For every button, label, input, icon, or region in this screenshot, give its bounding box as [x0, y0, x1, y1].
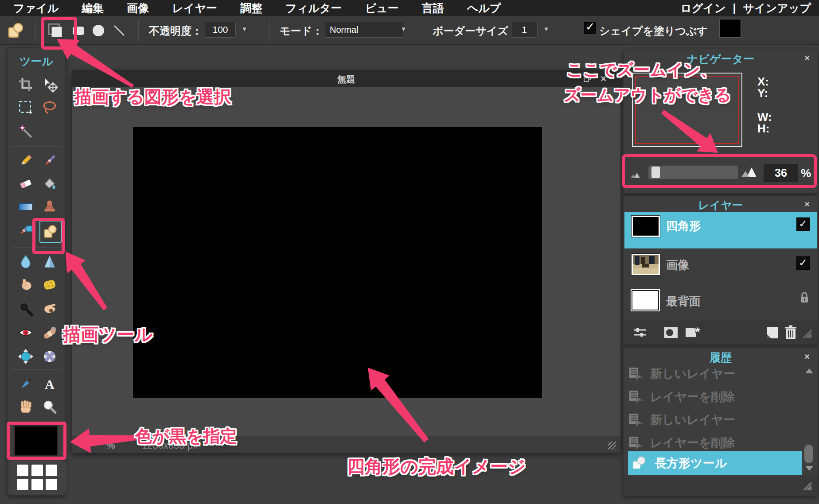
tool-gradient[interactable]: [16, 197, 36, 217]
tool-zoom[interactable]: [39, 397, 60, 417]
delete-layer-icon[interactable]: [784, 325, 797, 341]
dodge-hand-icon: [42, 301, 58, 317]
tool-smudge[interactable]: [16, 275, 36, 295]
layers-close-icon[interactable]: ×: [804, 200, 810, 209]
canvas-title-bar[interactable]: 無題 ×: [72, 70, 620, 87]
tool-sponge[interactable]: [39, 275, 60, 295]
rectangle-tool-icon: [632, 456, 647, 471]
resize-corner-icon[interactable]: [802, 481, 812, 491]
swatch-white[interactable]: [46, 465, 57, 476]
tool-lasso[interactable]: [39, 97, 60, 118]
divider: [571, 19, 571, 41]
history-item[interactable]: レイヤーを削除: [628, 433, 735, 453]
swatch-white[interactable]: [46, 479, 57, 490]
tool-wand[interactable]: [16, 121, 36, 142]
checkmark-icon: ✓: [799, 257, 807, 268]
current-tool-preview: [6, 19, 26, 42]
new-layer-icon[interactable]: [764, 326, 780, 341]
layer-mask-icon[interactable]: [663, 326, 679, 339]
swatch-white[interactable]: [17, 465, 28, 476]
canvas-image[interactable]: [133, 127, 542, 398]
tool-marquee[interactable]: [16, 97, 36, 118]
tool-clone-stamp[interactable]: [39, 197, 60, 217]
mode-dropdown-icon[interactable]: ▼: [401, 26, 406, 32]
shape-option-ellipse[interactable]: [89, 19, 108, 42]
fill-shape-checkbox[interactable]: ✓: [584, 22, 596, 34]
opacity-input[interactable]: 100: [205, 22, 236, 38]
scroll-down-icon[interactable]: [805, 466, 813, 471]
navigator-close-icon[interactable]: ×: [804, 54, 810, 62]
y-label: Y:: [757, 86, 768, 100]
brush-icon: [42, 153, 58, 169]
opacity-dropdown-icon[interactable]: ▼: [242, 26, 247, 32]
shape-option-line[interactable]: [109, 19, 129, 42]
layer-styles-icon[interactable]: [685, 326, 702, 340]
layer-visibility-checkbox[interactable]: ✓: [796, 217, 810, 231]
tool-burn[interactable]: [16, 299, 36, 319]
swatch-white[interactable]: [31, 479, 43, 490]
menu-adjustment[interactable]: 調整: [240, 1, 262, 16]
canvas-window: 無題 × % 1280x853 px: [72, 70, 620, 453]
tool-eyedropper[interactable]: [16, 374, 36, 394]
history-item-selected[interactable]: 長方形ツール: [628, 451, 802, 475]
collapse-corner-icon[interactable]: [802, 328, 812, 339]
highlight-box-zoom-slider: [622, 154, 817, 188]
annotation-black-color: 色が黒を指定: [135, 425, 237, 448]
swatch-white[interactable]: [17, 479, 28, 490]
layer-visibility-checkbox[interactable]: ✓: [796, 256, 810, 270]
history-item[interactable]: 新しいレイヤー: [628, 364, 735, 384]
menu-file[interactable]: ファイル: [13, 1, 58, 16]
layer-settings-icon[interactable]: [633, 326, 647, 339]
mode-select[interactable]: Normal: [324, 22, 403, 38]
menu-language[interactable]: 言語: [422, 1, 444, 16]
layer-row-background[interactable]: 最背面: [624, 287, 817, 319]
menu-image[interactable]: 画像: [127, 1, 149, 16]
border-size-dropdown-icon[interactable]: ▼: [543, 26, 549, 32]
divider: [419, 19, 419, 41]
tool-sharpen[interactable]: [39, 252, 60, 272]
tool-move[interactable]: [39, 74, 60, 95]
layer-row-image[interactable]: 画像 ✓: [624, 250, 817, 285]
login-link[interactable]: ログイン: [680, 1, 725, 16]
history-item[interactable]: レイヤーを削除: [628, 387, 735, 407]
tool-spot-heal[interactable]: [39, 322, 60, 343]
tool-type[interactable]: A: [39, 374, 60, 394]
tool-hand[interactable]: [16, 397, 36, 417]
tool-bloat[interactable]: [16, 346, 36, 367]
signup-link[interactable]: サインアップ: [743, 1, 811, 16]
scroll-up-icon[interactable]: [805, 368, 813, 373]
auth-links: ログイン | サインアップ: [680, 0, 811, 16]
menu-edit[interactable]: 編集: [82, 1, 104, 16]
divider: [12, 369, 61, 370]
history-step-label: 長方形ツール: [655, 455, 727, 471]
layer-thumbnail: [632, 254, 660, 275]
tool-brush[interactable]: [39, 151, 60, 171]
menu-filter[interactable]: フィルター: [285, 1, 342, 16]
tool-fill[interactable]: [39, 174, 60, 194]
highlight-box-shape-option: [41, 17, 77, 50]
history-close-icon[interactable]: ×: [804, 352, 810, 361]
tool-red-eye[interactable]: [16, 322, 36, 343]
swatch-grid: [9, 461, 67, 494]
tool-crop[interactable]: [16, 74, 36, 95]
layer-row-rectangle[interactable]: 四角形 ✓: [624, 212, 817, 248]
window-resize-grip[interactable]: [608, 442, 616, 450]
burn-icon: [18, 301, 34, 317]
menu-layer[interactable]: レイヤー: [172, 1, 217, 16]
scrollbar-thumb[interactable]: [804, 445, 813, 463]
tool-pinch[interactable]: [39, 346, 60, 367]
menu-help[interactable]: ヘルプ: [467, 1, 501, 16]
tool-pencil[interactable]: [16, 151, 36, 171]
highlight-box-color-swatch: [7, 422, 66, 460]
tool-eraser[interactable]: [16, 174, 36, 194]
tool-dodge[interactable]: [39, 299, 60, 319]
highlight-box-shape-tool: [32, 218, 65, 254]
border-size-input[interactable]: 1: [511, 22, 538, 38]
history-item[interactable]: 新しいレイヤー: [628, 410, 735, 430]
tool-blur[interactable]: [16, 252, 36, 272]
shape-color-swatch[interactable]: [720, 19, 741, 37]
menu-view[interactable]: ビュー: [365, 1, 398, 16]
swatch-white[interactable]: [31, 465, 43, 476]
annotation-zoom-line2: ズームアウトができる: [564, 84, 731, 106]
layer-name: 最背面: [666, 294, 701, 309]
